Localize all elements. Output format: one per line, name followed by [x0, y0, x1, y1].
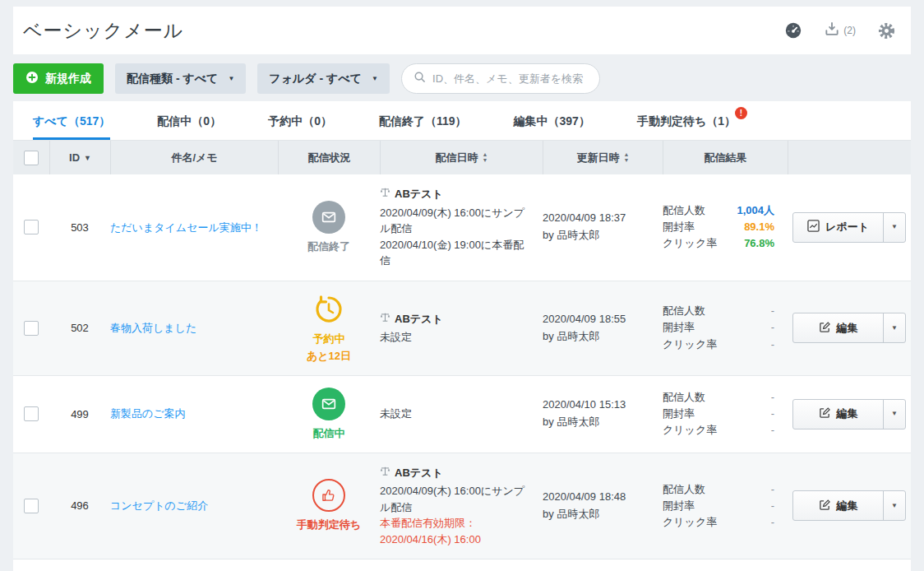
status-cell: 配信終了 [278, 201, 380, 254]
tab-manual-waiting[interactable]: 手動判定待ち（1） ! [637, 101, 736, 140]
table-row: 499 新製品のご案内 配信中 未設定 2020/04/10 15:13 by … [13, 376, 911, 453]
result-value: - [771, 406, 774, 422]
subject-link[interactable]: 新製品のご案内 [110, 407, 186, 420]
result-line: クリック率76.8% [663, 235, 774, 252]
edit-button[interactable]: 編集 [793, 313, 883, 342]
table-header: ID ▼ 件名/メモ 配信状況 配信日時 ▲▼ 更新日時 ▲▼ 配信結果 [13, 141, 911, 174]
report-button[interactable]: レポート [793, 213, 883, 242]
row-checkbox[interactable] [24, 220, 39, 234]
action-button-group: 編集 ▼ [792, 313, 906, 343]
result-label: 開封率 [663, 319, 695, 336]
action-dropdown-button[interactable]: ▼ [883, 491, 905, 520]
tab-manual-waiting-label: 手動判定待ち（1） [637, 114, 736, 128]
updated-cell: 2020/04/09 18:55 by 品時太郎 [543, 311, 663, 346]
status-label: 配信中 [278, 426, 380, 441]
delivery-type-filter-label: 配信種類 - すべて [127, 72, 218, 86]
updated-datetime: 2020/04/10 15:13 [543, 397, 663, 414]
search-icon [413, 71, 426, 86]
result-value: - [771, 303, 774, 319]
tab-scheduled[interactable]: 予約中（0） [268, 101, 332, 140]
alert-badge: ! [735, 107, 747, 119]
delivery-type-filter-dropdown[interactable]: 配信種類 - すべて ▼ [115, 63, 246, 94]
column-header-id[interactable]: ID ▼ [49, 141, 110, 174]
updated-cell: 2020/04/09 18:48 by 品時太郎 [543, 489, 663, 523]
result-cell: 配信人数- 開封率- クリック率- [663, 303, 788, 352]
search-input[interactable] [432, 72, 588, 85]
status-cell: 配信中 [278, 388, 380, 441]
row-checkbox[interactable] [24, 406, 39, 421]
delivery-datetime-cell: ABテスト 未設定 [380, 311, 543, 346]
ab-test-line: ABテスト [380, 465, 529, 481]
action-dropdown-button[interactable]: ▼ [883, 313, 905, 342]
result-label: 開封率 [663, 406, 695, 422]
subject-link[interactable]: ただいまタイムセール実施中！ [110, 221, 262, 234]
delivery-line: 未設定 [380, 406, 529, 422]
row-checkbox[interactable] [24, 499, 39, 513]
select-all-checkbox[interactable] [24, 151, 39, 165]
result-line: 配信人数- [663, 389, 774, 406]
result-line: クリック率- [663, 422, 774, 439]
download-button[interactable]: (2) [824, 21, 856, 40]
status-cell: 手動判定待ち [278, 479, 380, 532]
column-header-updated-datetime[interactable]: 更新日時 ▲▼ [543, 141, 663, 174]
action-label: レポート [825, 220, 869, 234]
delivery-line: 2020/04/10(金) 19:00に本番配信 [380, 237, 529, 269]
edit-pencil-icon [819, 499, 831, 513]
create-new-button[interactable]: 新規作成 [13, 63, 104, 94]
result-line: 開封率89.1% [663, 219, 774, 235]
updated-by: by 品時太郎 [543, 227, 663, 244]
folder-filter-label: フォルダ - すべて [269, 72, 362, 86]
action-cell: 編集 ▼ [788, 490, 911, 521]
column-header-delivery-datetime[interactable]: 配信日時 ▲▼ [380, 141, 543, 174]
column-label: 件名/メモ [171, 151, 217, 165]
row-id: 499 [49, 408, 110, 420]
row-id: 502 [49, 322, 110, 334]
delivery-line: 未設定 [380, 329, 529, 346]
sort-both-icon: ▲▼ [483, 152, 488, 163]
subject-link[interactable]: コンセプトのご紹介 [110, 499, 208, 512]
delivery-datetime-cell: ABテスト 2020/04/09(木) 16:00にサンプル配信 2020/04… [380, 186, 543, 269]
chevron-down-icon: ▼ [891, 503, 898, 509]
table-row: 502 春物入荷しました 予約中 あと12日 ABテスト 未設定 2020/04… [13, 281, 911, 376]
result-line: 開封率- [663, 498, 774, 514]
ab-test-line: ABテスト [380, 311, 529, 327]
result-line: 開封率- [663, 319, 774, 336]
chevron-down-icon: ▼ [891, 325, 898, 332]
action-button-group: 編集 ▼ [792, 399, 906, 429]
result-cell: 配信人数- 開封率- クリック率- [663, 481, 788, 531]
action-dropdown-button[interactable]: ▼ [883, 400, 905, 429]
subject-link[interactable]: 春物入荷しました [110, 322, 196, 334]
ab-test-label: ABテスト [395, 186, 443, 202]
result-value: - [771, 389, 774, 406]
ab-test-icon [380, 465, 390, 481]
edit-button[interactable]: 編集 [793, 400, 883, 429]
subject-cell: コンセプトのご紹介 [110, 498, 278, 514]
updated-by: by 品時太郎 [543, 328, 663, 346]
tab-ended[interactable]: 配信終了（119） [379, 101, 467, 140]
sort-both-icon: ▲▼ [624, 152, 630, 163]
result-label: 配信人数 [663, 481, 705, 498]
result-value: - [771, 481, 774, 498]
action-dropdown-button[interactable]: ▼ [883, 213, 905, 242]
report-chart-icon [807, 220, 820, 234]
row-checkbox[interactable] [24, 321, 39, 336]
table-row: 495 テンプレート ABテスト 2020/04/09 18:50 by 品時太… [13, 559, 911, 571]
result-line: 配信人数1,004人 [663, 202, 774, 219]
ab-test-icon [380, 311, 390, 327]
folder-filter-dropdown[interactable]: フォルダ - すべて ▼ [257, 63, 390, 94]
download-icon [824, 21, 840, 40]
tab-delivering[interactable]: 配信中（0） [157, 101, 221, 140]
edit-button[interactable]: 編集 [793, 491, 883, 520]
status-cell: 予約中 あと12日 [278, 293, 380, 364]
ab-test-icon [380, 186, 390, 202]
result-line: 配信人数- [663, 303, 774, 319]
gear-icon[interactable] [877, 21, 896, 40]
gauge-icon[interactable] [784, 21, 802, 39]
result-value: - [771, 514, 774, 531]
tab-editing[interactable]: 編集中（397） [514, 101, 590, 140]
row-checkbox-cell [13, 499, 49, 513]
table-row: 496 コンセプトのご紹介 手動判定待ち ABテスト 2020/04/09(木)… [13, 453, 911, 560]
tab-all[interactable]: すべて（517） [33, 101, 110, 140]
manual-waiting-thumbs-up-icon [312, 479, 345, 512]
status-label: 手動判定待ち [278, 518, 380, 532]
